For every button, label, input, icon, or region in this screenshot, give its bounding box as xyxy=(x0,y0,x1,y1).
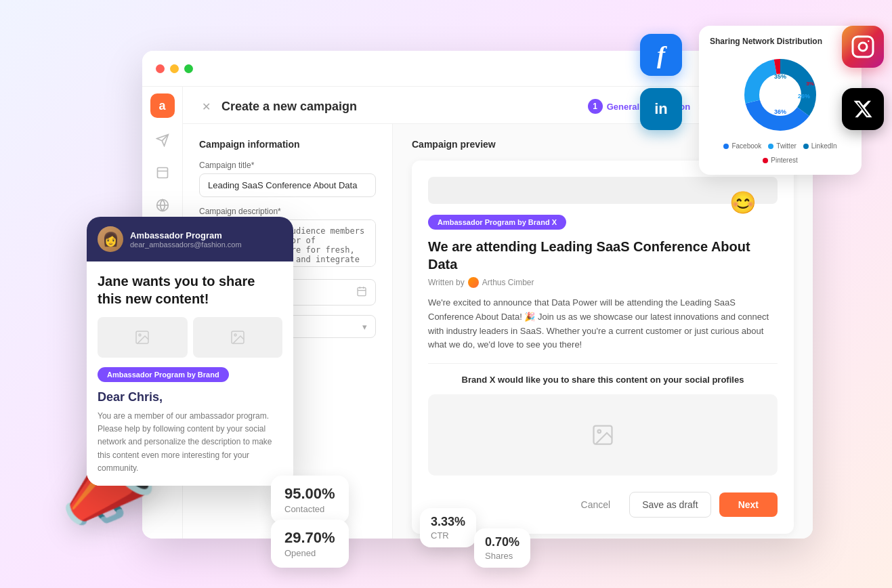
instagram-icon[interactable] xyxy=(842,26,884,68)
svg-text:26%: 26% xyxy=(798,93,810,100)
preview-image-top xyxy=(428,177,778,204)
contacted-value: 95.00% xyxy=(284,485,335,503)
sidebar-icon-inbox[interactable] xyxy=(152,163,173,183)
twitter-dot xyxy=(768,144,773,149)
stats-ctr: 3.33% CTR xyxy=(420,508,476,547)
ctr-value: 3.33% xyxy=(431,515,465,529)
calendar-icon xyxy=(356,286,367,299)
tag-dropdown-icon: ▾ xyxy=(362,322,367,332)
smile-emoji: 😊 xyxy=(729,190,757,215)
mobile-card: 👩 Ambassador Program dear_ambassadors@fa… xyxy=(87,217,293,486)
mobile-greeting: Dear Chris, xyxy=(98,390,282,404)
share-image-placeholder xyxy=(428,394,778,476)
chart-card: Sharing Network Distribution 35% 36% 26%… xyxy=(699,26,862,175)
facebook-icon[interactable]: f xyxy=(640,34,682,76)
cancel-button[interactable]: Cancel xyxy=(570,492,622,517)
legend-twitter: Twitter xyxy=(768,142,796,150)
save-draft-button[interactable]: Save as draft xyxy=(629,492,711,518)
pinterest-dot xyxy=(763,158,768,163)
stats-contacted: 95.00% Contacted xyxy=(271,476,349,524)
preview-body: We're excited to announce that Data Powe… xyxy=(428,296,778,352)
chart-legend: Facebook Twitter LinkedIn Pinterest xyxy=(710,142,851,164)
mobile-avatar: 👩 xyxy=(98,226,123,252)
sidebar-icon-globe[interactable] xyxy=(152,195,173,215)
written-by: Written by Arthus Cimber xyxy=(428,277,778,288)
svg-text:36%: 36% xyxy=(774,108,786,115)
mobile-text: You are a member of our ambassador progr… xyxy=(98,410,282,475)
divider xyxy=(428,363,778,364)
shares-value: 0.70% xyxy=(485,535,519,549)
minimize-dot[interactable] xyxy=(170,64,179,73)
preview-headline: We are attending Leading SaaS Conference… xyxy=(428,238,778,273)
donut-chart: 35% 36% 26% 3% xyxy=(710,54,851,135)
close-button[interactable]: ✕ xyxy=(202,100,211,113)
mobile-cta: Jane wants you to share this new content… xyxy=(98,272,282,308)
mobile-email: dear_ambassadors@fashion.com xyxy=(130,240,282,249)
x-twitter-icon[interactable] xyxy=(842,88,884,130)
svg-point-26 xyxy=(859,43,867,51)
action-row: Cancel Save as draft Next xyxy=(428,486,778,518)
svg-point-13 xyxy=(139,334,141,336)
step1-number: 1 xyxy=(588,99,603,114)
author-name: Arthus Cimber xyxy=(482,278,534,287)
legend-pinterest: Pinterest xyxy=(763,156,797,164)
title-label: Campaign title* xyxy=(199,161,376,170)
linkedin-dot xyxy=(803,144,809,149)
opened-label: Opened xyxy=(284,548,335,558)
campaign-title-input[interactable] xyxy=(199,173,376,197)
shares-label: Shares xyxy=(485,551,519,561)
mobile-body: Jane wants you to share this new content… xyxy=(87,261,293,486)
chart-title: Sharing Network Distribution xyxy=(710,37,851,46)
contacted-label: Contacted xyxy=(284,504,335,514)
logo[interactable]: a xyxy=(150,93,175,118)
mobile-img-2 xyxy=(193,317,283,358)
svg-rect-2 xyxy=(157,168,167,178)
mobile-img-1 xyxy=(98,317,188,358)
svg-rect-6 xyxy=(358,288,366,296)
close-dot[interactable] xyxy=(156,64,165,73)
opened-value: 29.70% xyxy=(284,529,335,547)
preview-panel: Campaign preview Ambassador Program by B… xyxy=(393,124,813,539)
ctr-label: CTR xyxy=(431,530,465,541)
legend-facebook: Facebook xyxy=(723,142,761,150)
linkedin-icon[interactable]: in xyxy=(640,88,682,130)
next-button[interactable]: Next xyxy=(719,492,778,517)
written-by-label: Written by xyxy=(428,278,465,287)
legend-linkedin: LinkedIn xyxy=(803,142,837,150)
preview-card: Ambassador Program by Brand X We are att… xyxy=(412,161,794,534)
stats-shares: 0.70% Shares xyxy=(474,528,530,568)
svg-point-15 xyxy=(234,334,236,336)
section-title: Campaign information xyxy=(199,139,376,150)
svg-rect-25 xyxy=(853,37,873,57)
mobile-header-text: Ambassador Program dear_ambassadors@fash… xyxy=(130,230,282,249)
mobile-brand: Ambassador Program xyxy=(130,230,282,240)
svg-point-11 xyxy=(598,430,601,434)
maximize-dot[interactable] xyxy=(184,64,193,73)
sidebar-icon-send[interactable] xyxy=(152,130,173,150)
mobile-images xyxy=(98,317,282,358)
program-badge: Ambassador Program by Brand X xyxy=(428,215,566,230)
author-avatar xyxy=(468,277,479,288)
mobile-header: 👩 Ambassador Program dear_ambassadors@fa… xyxy=(87,217,293,261)
svg-point-27 xyxy=(868,41,869,42)
svg-text:35%: 35% xyxy=(774,73,786,80)
share-prompt: Brand X would like you to share this con… xyxy=(428,375,778,385)
stats-opened: 29.70% Opened xyxy=(271,520,349,568)
desc-label: Campaign description* xyxy=(199,207,376,216)
svg-text:3%: 3% xyxy=(806,81,814,87)
facebook-dot xyxy=(723,144,729,149)
mobile-badge: Ambassador Program by Brand xyxy=(98,367,229,382)
campaign-title: Create a new campaign xyxy=(221,100,357,114)
